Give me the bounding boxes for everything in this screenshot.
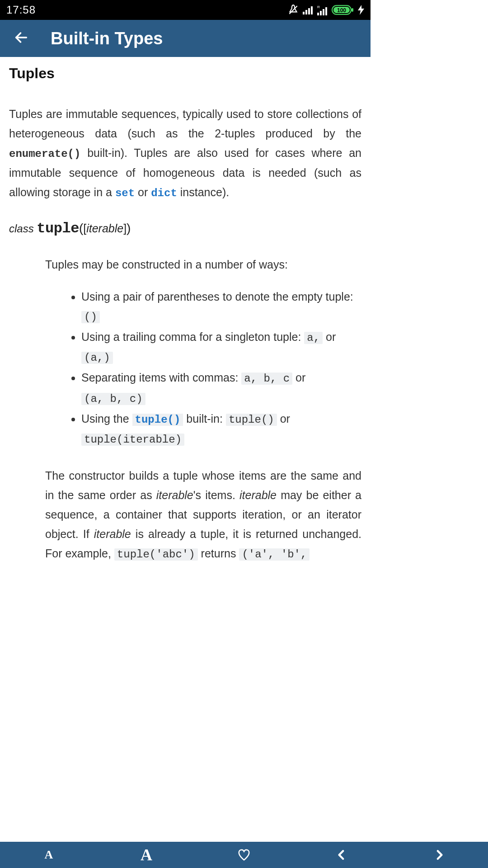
text: or (135, 186, 151, 198)
svg-rect-9 (325, 7, 327, 15)
paren-open: ( (79, 221, 83, 235)
text: or (277, 412, 290, 425)
construction-list: Using a pair of parentheses to denote th… (60, 287, 361, 449)
app-bar: Built-in Types (0, 20, 371, 57)
charging-icon (358, 5, 364, 15)
code-singleton2: (a,) (81, 352, 113, 364)
class-signature: class tuple([iterable]) (9, 220, 361, 237)
section-heading: Tuples (9, 65, 361, 82)
svg-rect-4 (311, 6, 313, 14)
text: Tuples are immutable sequences, typicall… (9, 108, 361, 140)
list-item: Using the tuple() built-in: tuple() or t… (81, 409, 361, 449)
enumerate-ref: enumerate() (9, 148, 80, 160)
list-item: Separating items with commas: a, b, c or… (81, 368, 361, 408)
back-button[interactable] (14, 30, 29, 47)
svg-rect-6 (317, 13, 319, 15)
iterable-italic: iterable (239, 489, 277, 501)
iterable-italic: iterable (94, 528, 131, 540)
paren-close: ) (127, 221, 131, 235)
code-result: ('a', 'b', (239, 548, 310, 561)
intro-paragraph: Tuples are immutable sequences, typicall… (9, 104, 361, 203)
content-area: Tuples Tuples are immutable sequences, t… (0, 57, 371, 634)
text: Using a trailing comma for a singleton t… (81, 330, 301, 343)
text: 's items. (193, 489, 239, 501)
code-tuple-iterable: tuple(iterable) (81, 434, 184, 446)
iterable-italic: iterable (156, 489, 193, 501)
mute-icon (287, 4, 299, 16)
code-tuple-abc: tuple('abc') (114, 548, 198, 561)
svg-rect-3 (308, 8, 310, 14)
dict-link[interactable]: dict (151, 187, 177, 199)
list-item: Using a trailing comma for a singleton t… (81, 327, 361, 368)
svg-rect-8 (323, 9, 324, 15)
code-singleton1: a, (304, 332, 323, 344)
text: Using a pair of parentheses to denote th… (81, 290, 353, 303)
code-empty-tuple: () (81, 311, 100, 323)
text: built-in: (183, 412, 225, 425)
status-bar: 17:58 R 100 (0, 0, 371, 20)
signal-icon (303, 5, 314, 14)
class-body: Tuples may be constructed in a number of… (45, 255, 361, 564)
text: returns (198, 547, 239, 560)
param-iterable: iterable (86, 222, 123, 235)
arrow-left-icon (14, 30, 29, 45)
text: instance). (177, 186, 229, 198)
battery-icon: 100 (332, 5, 354, 15)
status-icons: R 100 (287, 4, 364, 16)
status-time: 17:58 (6, 4, 36, 16)
constructor-paragraph: The constructor builds a tuple whose ite… (45, 466, 361, 564)
tuple-link[interactable]: tuple() (132, 414, 183, 426)
keyword-class: class (9, 222, 37, 235)
set-link[interactable]: set (115, 187, 135, 199)
ways-intro: Tuples may be constructed in a number of… (45, 255, 361, 274)
text: Separating items with commas: (81, 371, 241, 384)
code-commas2: (a, b, c) (81, 393, 145, 405)
svg-rect-12 (352, 8, 353, 12)
code-commas1: a, b, c (241, 373, 292, 385)
svg-rect-7 (320, 11, 322, 15)
class-name: tuple (37, 220, 79, 237)
svg-rect-2 (305, 10, 307, 14)
text: Using the (81, 412, 132, 425)
signal-r-icon: R (317, 5, 328, 15)
code-tuple-empty: tuple() (226, 414, 277, 426)
svg-marker-14 (358, 5, 364, 15)
page-title: Built-in Types (51, 29, 163, 48)
list-item: Using a pair of parentheses to denote th… (81, 287, 361, 326)
text: or (292, 371, 305, 384)
svg-text:R: R (317, 5, 320, 9)
svg-text:100: 100 (337, 7, 346, 14)
text: or (323, 330, 336, 343)
svg-rect-1 (303, 12, 305, 14)
